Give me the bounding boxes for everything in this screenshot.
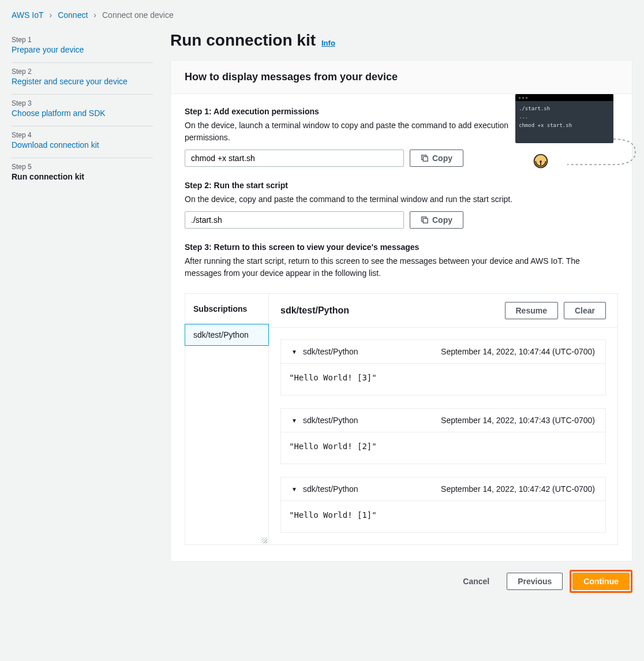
caret-down-icon: ▼	[291, 486, 297, 492]
wizard-step-number: Step 1	[12, 36, 153, 44]
breadcrumb-link-connect[interactable]: Connect	[58, 10, 88, 20]
message-header[interactable]: ▼ sdk/test/Python September 14, 2022, 10…	[281, 477, 605, 501]
svg-rect-6	[423, 218, 428, 223]
resize-grip-icon[interactable]	[261, 537, 267, 543]
terminal-line: ./start.sh	[519, 104, 610, 113]
svg-rect-4	[423, 156, 428, 161]
wizard-step-2[interactable]: Step 2 Register and secure your device	[12, 63, 153, 95]
message-timestamp: September 14, 2022, 10:47:42 (UTC-0700)	[441, 484, 595, 494]
info-link[interactable]: Info	[321, 39, 335, 47]
message-timestamp: September 14, 2022, 10:47:44 (UTC-0700)	[441, 347, 595, 356]
terminal-illustration: ./start.sh ... chmod +x start.sh	[515, 94, 613, 169]
chevron-right-icon: ›	[50, 10, 53, 20]
wizard-step-nav: Step 1 Prepare your device Step 2 Regist…	[12, 31, 153, 593]
step-2-title: Step 2: Run the start script	[185, 181, 618, 190]
resume-button[interactable]: Resume	[505, 302, 558, 319]
subscriptions-panel: Subscriptions sdk/test/Python sdk/test/P…	[185, 293, 618, 545]
message-item: ▼ sdk/test/Python September 14, 2022, 10…	[280, 339, 606, 395]
copy-icon	[421, 216, 429, 224]
highlight-box: Continue	[570, 570, 632, 593]
subscription-item[interactable]: sdk/test/Python	[185, 324, 269, 346]
terminal-line: ...	[519, 113, 610, 121]
chevron-right-icon: ›	[93, 10, 96, 20]
step-3-desc: After running the start script, return t…	[185, 255, 618, 279]
wizard-step-title: Run connection kit	[12, 172, 153, 181]
wizard-step-5[interactable]: Step 5 Run connection kit	[12, 158, 153, 189]
message-body: "Hello World! [3]"	[281, 364, 605, 395]
topic-title: sdk/test/Python	[280, 305, 499, 316]
wizard-step-title: Download connection kit	[12, 140, 153, 150]
copy-icon	[421, 154, 429, 162]
cancel-button[interactable]: Cancel	[452, 573, 500, 589]
wizard-step-title: Register and secure your device	[12, 77, 153, 86]
caret-down-icon: ▼	[291, 417, 297, 424]
wizard-step-number: Step 3	[12, 99, 153, 107]
copy-label: Copy	[432, 154, 452, 163]
wizard-step-title: Choose platform and SDK	[12, 109, 153, 118]
wizard-step-number: Step 2	[12, 68, 153, 76]
step-3-title: Step 3: Return to this screen to view yo…	[185, 242, 618, 252]
subscriptions-header: Subscriptions	[185, 294, 268, 324]
chmod-command-input[interactable]	[185, 150, 404, 167]
wizard-step-number: Step 5	[12, 163, 153, 171]
previous-button[interactable]: Previous	[507, 573, 563, 590]
wizard-step-number: Step 4	[12, 131, 153, 139]
step-2-desc: On the device, copy and paste the comman…	[185, 193, 554, 206]
breadcrumb-link-aws-iot[interactable]: AWS IoT	[12, 10, 44, 20]
clear-button[interactable]: Clear	[564, 302, 606, 319]
message-list: ▼ sdk/test/Python September 14, 2022, 10…	[269, 328, 617, 544]
wizard-step-title: Prepare your device	[12, 45, 153, 54]
instructions-panel: How to display messages from your device…	[170, 60, 632, 562]
message-header[interactable]: ▼ sdk/test/Python September 14, 2022, 10…	[281, 340, 605, 364]
step-3-block: Step 3: Return to this screen to view yo…	[185, 242, 618, 279]
page-title: Run connection kit	[170, 31, 316, 50]
copy-label: Copy	[432, 215, 452, 225]
message-body: "Hello World! [1]"	[281, 501, 605, 532]
caret-down-icon: ▼	[291, 349, 297, 355]
breadcrumb-current: Connect one device	[102, 10, 174, 20]
user-face-icon	[533, 153, 549, 169]
step-2-block: Step 2: Run the start script On the devi…	[185, 181, 618, 229]
message-header[interactable]: ▼ sdk/test/Python September 14, 2022, 10…	[281, 409, 605, 432]
message-item: ▼ sdk/test/Python September 14, 2022, 10…	[280, 408, 606, 464]
wizard-step-3[interactable]: Step 3 Choose platform and SDK	[12, 95, 153, 126]
step-1-desc: On the device, launch a terminal window …	[185, 119, 554, 144]
wizard-step-1[interactable]: Step 1 Prepare your device	[12, 31, 153, 63]
copy-button[interactable]: Copy	[410, 150, 463, 167]
wizard-footer: Cancel Previous Continue	[170, 570, 632, 593]
panel-header: How to display messages from your device	[185, 71, 618, 83]
message-topic: sdk/test/Python	[303, 416, 358, 425]
copy-button[interactable]: Copy	[410, 211, 463, 229]
message-body: "Hello World! [2]"	[281, 432, 605, 464]
svg-rect-2	[540, 162, 541, 165]
wizard-step-4[interactable]: Step 4 Download connection kit	[12, 126, 153, 158]
terminal-line: chmod +x start.sh	[519, 121, 610, 129]
start-command-input[interactable]	[185, 211, 404, 229]
message-item: ▼ sdk/test/Python September 14, 2022, 10…	[280, 477, 606, 533]
message-topic: sdk/test/Python	[303, 484, 358, 494]
breadcrumb: AWS IoT › Connect › Connect one device	[12, 10, 632, 20]
message-timestamp: September 14, 2022, 10:47:43 (UTC-0700)	[441, 416, 595, 425]
continue-button[interactable]: Continue	[572, 573, 630, 590]
message-topic: sdk/test/Python	[303, 347, 358, 356]
